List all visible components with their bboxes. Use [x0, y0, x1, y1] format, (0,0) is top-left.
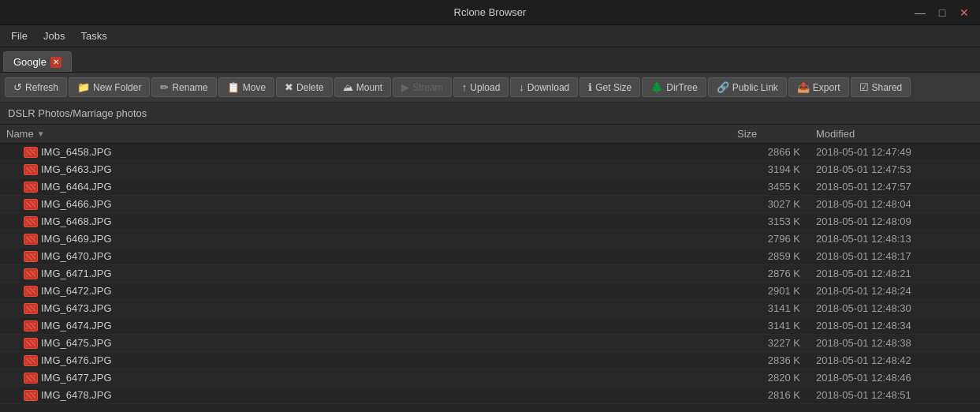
file-list[interactable]: Name ▼ Size Modified IMG_6458.JPG2866 K2…: [0, 125, 980, 412]
new-folder-button[interactable]: 📁 New Folder: [69, 77, 150, 97]
file-modified: 2018-05-01 12:47:53: [816, 163, 974, 175]
upload-label: Upload: [470, 82, 500, 93]
refresh-label: Refresh: [25, 82, 58, 93]
file-modified: 2018-05-01 12:48:46: [816, 372, 974, 384]
export-label: Export: [813, 82, 840, 93]
file-name: IMG_6472.JPG: [41, 285, 112, 297]
file-name: IMG_6478.JPG: [41, 389, 112, 401]
table-row[interactable]: IMG_6463.JPG3194 K2018-05-01 12:47:53: [0, 161, 980, 178]
table-row[interactable]: IMG_6470.JPG2859 K2018-05-01 12:48:17: [0, 248, 980, 265]
table-row[interactable]: IMG_6474.JPG3141 K2018-05-01 12:48:34: [0, 317, 980, 335]
refresh-button[interactable]: ↺ Refresh: [5, 77, 67, 97]
table-row[interactable]: IMG_6471.JPG2876 K2018-05-01 12:48:21: [0, 265, 980, 283]
file-icon: [24, 373, 38, 384]
move-button[interactable]: 📋 Move: [218, 77, 274, 97]
file-icon: [24, 251, 38, 262]
file-icon: [24, 286, 38, 297]
file-size: 3194 K: [737, 163, 816, 175]
file-size: 2816 K: [737, 389, 816, 401]
table-row[interactable]: IMG_6464.JPG3455 K2018-05-01 12:47:57: [0, 178, 980, 196]
col-size-header[interactable]: Size: [737, 128, 816, 140]
stream-label: Stream: [412, 82, 443, 93]
stream-icon: ▶: [401, 81, 409, 93]
tab-bar: Google ✕: [0, 47, 980, 73]
file-name: IMG_6473.JPG: [41, 302, 112, 314]
table-row[interactable]: IMG_6478.JPG2816 K2018-05-01 12:48:51: [0, 387, 980, 404]
tab-google-close-icon[interactable]: ✕: [50, 57, 61, 68]
col-modified-header[interactable]: Modified: [816, 128, 974, 140]
refresh-icon: ↺: [13, 81, 22, 93]
breadcrumb-path: DSLR Photos/Marriage photos: [8, 107, 147, 119]
file-modified: 2018-05-01 12:48:17: [816, 250, 974, 262]
mount-button[interactable]: ⛰ Mount: [334, 77, 391, 97]
tab-google[interactable]: Google ✕: [3, 51, 72, 72]
file-icon: [24, 338, 38, 349]
col-name-header[interactable]: Name ▼: [6, 128, 737, 140]
table-row[interactable]: IMG_6458.JPG2866 K2018-05-01 12:47:49: [0, 144, 980, 161]
file-modified: 2018-05-01 12:48:42: [816, 354, 974, 366]
file-modified: 2018-05-01 12:48:30: [816, 302, 974, 314]
menu-jobs[interactable]: Jobs: [35, 28, 73, 44]
download-button[interactable]: ↓ Download: [510, 77, 578, 97]
stream-button[interactable]: ▶ Stream: [393, 77, 452, 97]
file-icon: [24, 182, 38, 193]
upload-icon: ↑: [462, 81, 468, 93]
file-icon: [24, 216, 38, 227]
rename-button[interactable]: ✏ Rename: [151, 77, 216, 97]
file-size: 3027 K: [737, 198, 816, 210]
file-icon: [24, 164, 38, 175]
export-button[interactable]: 📤 Export: [788, 77, 849, 97]
breadcrumb: DSLR Photos/Marriage photos: [0, 103, 980, 125]
file-list-header: Name ▼ Size Modified: [0, 125, 980, 144]
public-link-icon: 🔗: [717, 81, 729, 93]
file-name: IMG_6466.JPG: [41, 198, 112, 210]
delete-button[interactable]: ✖ Delete: [276, 77, 333, 97]
mount-icon: ⛰: [343, 81, 353, 93]
mount-label: Mount: [356, 82, 382, 93]
file-name: IMG_6475.JPG: [41, 337, 112, 349]
file-icon: [24, 320, 38, 331]
maximize-button[interactable]: □: [933, 3, 952, 22]
file-name: IMG_6471.JPG: [41, 268, 112, 279]
minimize-button[interactable]: —: [911, 3, 930, 22]
close-button[interactable]: ✕: [955, 3, 974, 22]
menu-file[interactable]: File: [3, 28, 35, 44]
file-name: IMG_6476.JPG: [41, 354, 112, 366]
file-icon: [24, 303, 38, 314]
app-title: Rclone Browser: [454, 6, 527, 18]
table-row[interactable]: IMG_6468.JPG3153 K2018-05-01 12:48:09: [0, 213, 980, 230]
file-icon: [24, 390, 38, 401]
toolbar: ↺ Refresh 📁 New Folder ✏ Rename 📋 Move ✖…: [0, 73, 980, 103]
dirtree-button[interactable]: 🌲 DirTree: [642, 77, 706, 97]
export-icon: 📤: [797, 81, 810, 93]
table-row[interactable]: IMG_6476.JPG2836 K2018-05-01 12:48:42: [0, 352, 980, 369]
table-row[interactable]: IMG_6473.JPG3141 K2018-05-01 12:48:30: [0, 300, 980, 317]
get-size-button[interactable]: ℹ Get Size: [579, 77, 640, 97]
file-icon: [24, 147, 38, 158]
file-modified: 2018-05-01 12:48:24: [816, 285, 974, 297]
file-modified: 2018-05-01 12:48:21: [816, 268, 974, 279]
upload-button[interactable]: ↑ Upload: [453, 77, 509, 97]
file-icon: [24, 355, 38, 366]
get-size-label: Get Size: [595, 82, 632, 93]
shared-button[interactable]: ☑ Shared: [851, 77, 911, 97]
tab-google-label: Google: [13, 56, 47, 68]
public-link-button[interactable]: 🔗 Public Link: [708, 77, 787, 97]
get-size-icon: ℹ: [588, 81, 592, 93]
menu-tasks[interactable]: Tasks: [73, 28, 114, 44]
table-row[interactable]: IMG_6477.JPG2820 K2018-05-01 12:48:46: [0, 369, 980, 387]
sort-icon: ▼: [37, 129, 45, 138]
table-row[interactable]: IMG_6469.JPG2796 K2018-05-01 12:48:13: [0, 230, 980, 248]
window-controls: — □ ✕: [911, 3, 974, 22]
download-icon: ↓: [519, 81, 524, 93]
file-name: IMG_6458.JPG: [41, 146, 112, 158]
file-modified: 2018-05-01 12:48:38: [816, 337, 974, 349]
table-row[interactable]: IMG_6466.JPG3027 K2018-05-01 12:48:04: [0, 196, 980, 213]
table-row[interactable]: IMG_6475.JPG3227 K2018-05-01 12:48:38: [0, 335, 980, 352]
dirtree-icon: 🌲: [650, 81, 663, 93]
table-row[interactable]: IMG_6472.JPG2901 K2018-05-01 12:48:24: [0, 283, 980, 300]
file-name: IMG_6470.JPG: [41, 250, 112, 262]
file-name: IMG_6469.JPG: [41, 233, 112, 245]
file-name: IMG_6468.JPG: [41, 215, 112, 227]
new-folder-icon: 📁: [77, 81, 90, 93]
